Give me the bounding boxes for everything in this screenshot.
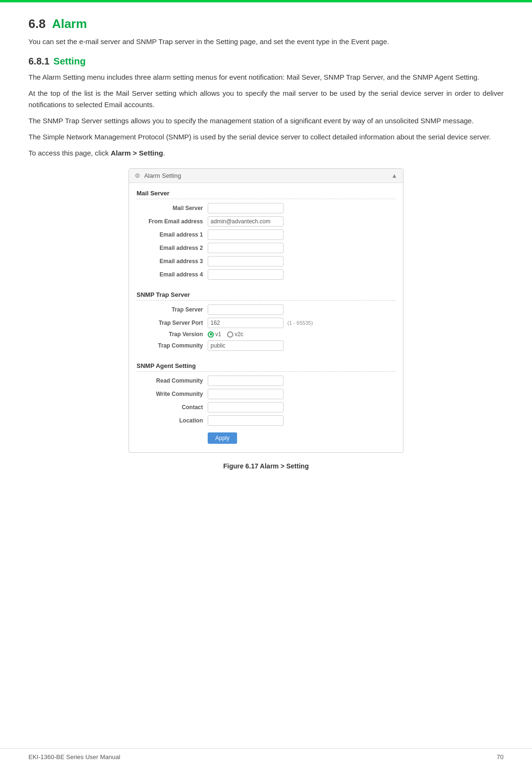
- email1-row: Email address 1: [137, 229, 395, 240]
- section-68-title: 6.8 Alarm: [28, 17, 504, 31]
- figure-caption: Figure 6.17 Alarm > Setting: [28, 462, 504, 470]
- location-row: Location: [137, 415, 395, 426]
- chevron-up-icon: ▲: [391, 172, 397, 179]
- write-community-input[interactable]: [208, 389, 284, 399]
- footer: EKI-1360-BE Series User Manual 70: [0, 748, 532, 761]
- trap-version-v1-option[interactable]: v1: [208, 331, 221, 338]
- trap-port-hint: (1 - 65535): [287, 320, 313, 326]
- screenshot-box: ⚙ Alarm Setting ▲ Mail Server Mail Serve…: [128, 168, 404, 453]
- trap-server-port-row: Trap Server Port (1 - 65535): [137, 318, 395, 328]
- email4-row: Email address 4: [137, 269, 395, 280]
- para-4: The Simple Network Management Protocol (…: [28, 131, 504, 143]
- section-number: 6.8: [28, 17, 46, 31]
- contact-input[interactable]: [208, 402, 284, 412]
- mail-server-label: Mail Server: [137, 190, 395, 197]
- section-title-colored: Alarm: [52, 17, 87, 31]
- trap-server-port-input[interactable]: [208, 318, 284, 328]
- snmp-agent-section: SNMP Agent Setting Read Community Write …: [129, 356, 403, 448]
- radio-v1-dot: [208, 331, 214, 338]
- mail-server-section: Mail Server Mail Server From Email addre…: [129, 183, 403, 284]
- email3-row: Email address 3: [137, 256, 395, 266]
- footer-right: 70: [497, 753, 504, 761]
- footer-left: EKI-1360-BE Series User Manual: [28, 753, 120, 761]
- radio-v2c-dot: [227, 331, 233, 338]
- email2-input[interactable]: [208, 243, 284, 253]
- trap-server-row: Trap Server: [137, 304, 395, 315]
- email1-input[interactable]: [208, 229, 284, 240]
- para-3: The SNMP Trap Server settings allows you…: [28, 115, 504, 127]
- para-2: At the top of the list is the Mail Serve…: [28, 88, 504, 110]
- para-1: The Alarm Setting menu includes three al…: [28, 72, 504, 83]
- snmp-agent-label: SNMP Agent Setting: [137, 362, 395, 369]
- trap-community-input[interactable]: [208, 340, 284, 351]
- mail-server-row: Mail Server: [137, 203, 395, 213]
- trap-community-row: Trap Community: [137, 340, 395, 351]
- email4-input[interactable]: [208, 269, 284, 280]
- trap-version-v2c-option[interactable]: v2c: [227, 331, 244, 338]
- screenshot-header-title: Alarm Setting: [144, 172, 181, 179]
- contact-row: Contact: [137, 402, 395, 412]
- from-email-row: From Email address: [137, 216, 395, 227]
- email2-row: Email address 2: [137, 243, 395, 253]
- email3-input[interactable]: [208, 256, 284, 266]
- snmp-trap-label: SNMP Trap Server: [137, 291, 395, 298]
- from-email-input[interactable]: [208, 216, 284, 227]
- screenshot-header: ⚙ Alarm Setting ▲: [129, 169, 403, 183]
- write-community-row: Write Community: [137, 389, 395, 399]
- read-community-input[interactable]: [208, 376, 284, 386]
- location-input[interactable]: [208, 415, 284, 426]
- gear-icon: ⚙: [135, 172, 140, 179]
- subsection-number: 6.8.1: [28, 56, 49, 66]
- mail-server-input[interactable]: [208, 203, 284, 213]
- apply-button[interactable]: Apply: [208, 432, 237, 444]
- trap-version-radio-group: v1 v2c: [208, 331, 243, 338]
- read-community-row: Read Community: [137, 376, 395, 386]
- trap-version-row: Trap Version v1 v2c: [137, 331, 395, 338]
- subsection-title: Setting: [54, 56, 86, 66]
- para-5: To access this page, click Alarm > Setti…: [28, 147, 504, 159]
- intro-text: You can set the e-mail server and SNMP T…: [28, 36, 504, 47]
- trap-server-input[interactable]: [208, 304, 284, 315]
- snmp-trap-section: SNMP Trap Server Trap Server Trap Server…: [129, 284, 403, 356]
